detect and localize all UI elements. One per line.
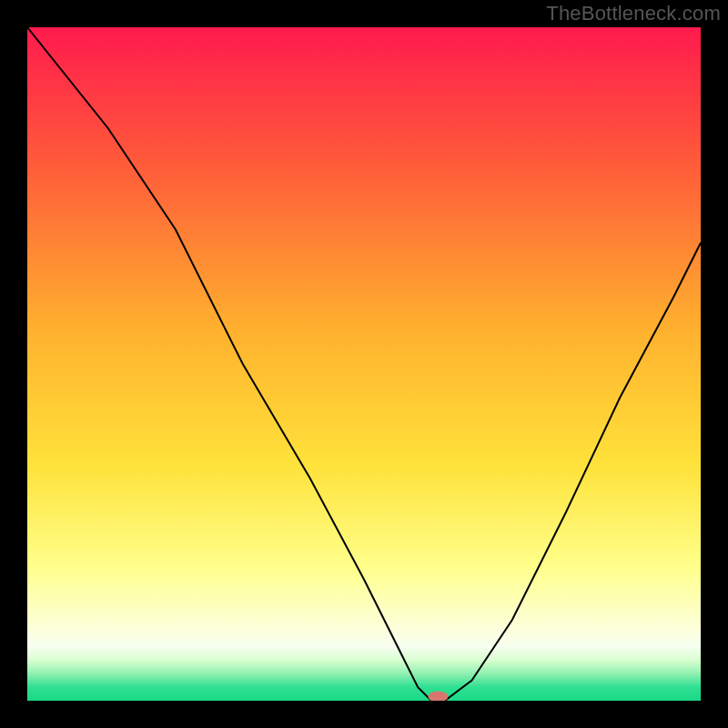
- chart-frame: TheBottleneck.com: [0, 0, 728, 728]
- plot-area: [27, 27, 701, 701]
- gradient-background: [27, 27, 701, 701]
- chart-svg: [27, 27, 701, 701]
- watermark-text: TheBottleneck.com: [546, 2, 721, 25]
